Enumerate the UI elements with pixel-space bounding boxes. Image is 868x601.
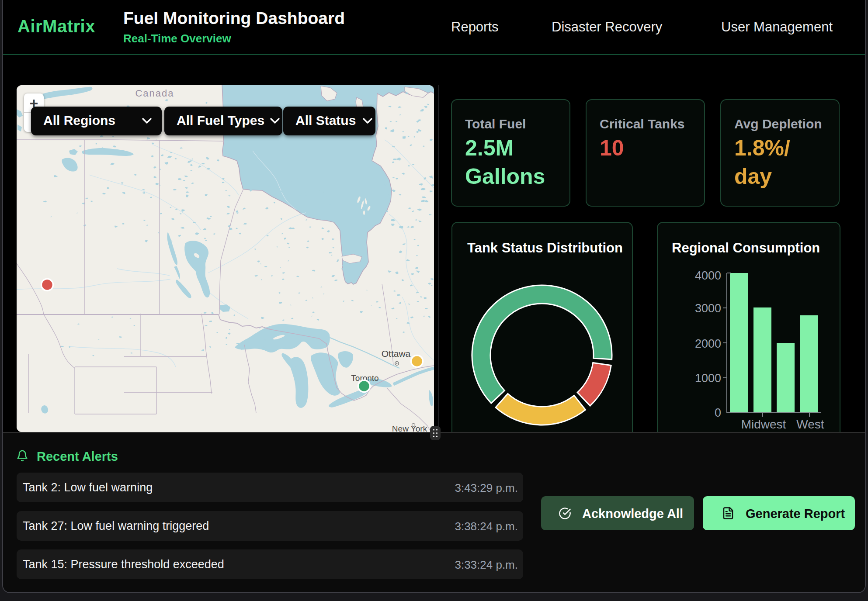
svg-text:1000: 1000 xyxy=(695,372,721,385)
svg-text:Midwest: Midwest xyxy=(741,418,786,431)
svg-text:New York: New York xyxy=(392,424,427,432)
svg-text:2000: 2000 xyxy=(695,337,721,350)
svg-text:3000: 3000 xyxy=(695,302,721,315)
svg-text:Canada: Canada xyxy=(135,88,174,99)
svg-text:Ottawa: Ottawa xyxy=(382,349,411,359)
svg-text:4000: 4000 xyxy=(695,269,721,282)
svg-text:0: 0 xyxy=(715,406,721,419)
svg-text:West: West xyxy=(796,418,824,431)
